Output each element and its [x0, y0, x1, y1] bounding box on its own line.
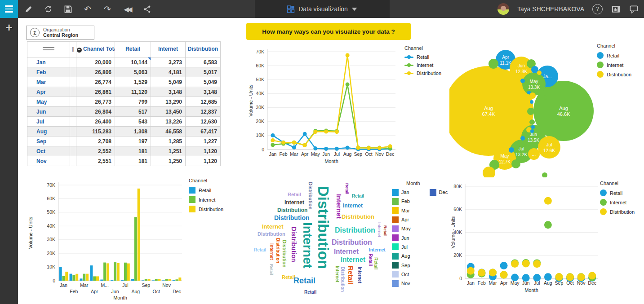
month-legend-item-aug[interactable]: Aug — [392, 251, 422, 260]
collapse-icon[interactable]: − — [77, 48, 82, 53]
column-header-distribution[interactable]: Distribution — [186, 42, 221, 57]
scatter-point-distribution[interactable] — [478, 269, 485, 277]
legend-item-retail[interactable]: Retail — [597, 52, 631, 59]
data-point-retail[interactable] — [292, 145, 296, 150]
data-point-distribution[interactable] — [313, 130, 317, 134]
month-legend-item-jul[interactable]: Jul — [392, 242, 422, 251]
hamburger-menu-button[interactable] — [0, 0, 18, 18]
legend-item-distribution[interactable]: Distribution — [600, 208, 635, 215]
refresh-icon[interactable] — [43, 4, 53, 14]
cloud-word[interactable]: Distribution — [291, 227, 297, 262]
value-cell[interactable]: 5,017 — [186, 67, 221, 77]
bar-internet[interactable] — [165, 279, 168, 281]
legend-item-internet[interactable]: Internet — [404, 62, 441, 68]
bar-internet[interactable] — [155, 279, 158, 281]
add-widget-button[interactable]: + — [4, 22, 14, 33]
value-cell[interactable]: 13,450 — [151, 107, 186, 117]
bar-internet[interactable] — [103, 263, 106, 281]
row-label-month[interactable]: Nov — [27, 156, 70, 166]
data-point-distribution[interactable] — [292, 141, 296, 145]
cloud-word[interactable]: Retail — [288, 192, 301, 197]
bubble-retail[interactable] — [520, 79, 525, 83]
value-cell[interactable]: 3,148 — [186, 87, 221, 97]
cloud-word[interactable]: Internet — [343, 203, 363, 208]
bar-distribution[interactable] — [178, 278, 181, 281]
organization-filter[interactable]: Σ Organization Central Region — [26, 26, 94, 40]
data-point-distribution[interactable] — [335, 130, 339, 134]
value-cell[interactable]: 1,251 — [151, 146, 186, 156]
value-cell[interactable]: 12,630 — [186, 117, 221, 127]
cloud-word[interactable]: Retail — [368, 254, 373, 266]
row-label-month[interactable]: Oct — [27, 146, 70, 156]
bubble-distribution[interactable] — [528, 115, 533, 120]
cloud-word[interactable]: Retail — [293, 277, 315, 285]
scatter-point-distribution[interactable] — [467, 267, 475, 275]
bar-retail[interactable] — [111, 280, 113, 281]
chevron-down-icon[interactable] — [352, 8, 357, 11]
value-cell[interactable]: 12,685 — [186, 97, 221, 107]
rewind-icon[interactable]: ◀◀ — [122, 4, 132, 14]
undo-icon[interactable]: ↶ — [83, 4, 93, 14]
scatter-point-distribution[interactable] — [533, 260, 541, 268]
cloud-word[interactable]: Distribution — [332, 239, 372, 246]
month-legend-item-nov[interactable]: Nov — [392, 279, 422, 288]
value-cell[interactable]: 5,063 — [115, 67, 151, 77]
data-point-retail[interactable] — [335, 147, 339, 151]
bar-internet[interactable] — [93, 276, 96, 281]
bubble-retail[interactable] — [531, 125, 535, 129]
row-label-month[interactable]: Feb — [27, 67, 70, 77]
data-point-distribution[interactable] — [356, 146, 360, 150]
value-cell[interactable]: 26,804 — [76, 107, 115, 117]
bar-retail[interactable] — [152, 280, 155, 281]
value-cell[interactable]: 197 — [115, 137, 151, 146]
bar-distribution[interactable] — [76, 274, 78, 281]
value-cell[interactable]: 11,120 — [115, 87, 151, 97]
chat-icon[interactable] — [629, 4, 639, 14]
cloud-word[interactable]: Retail — [383, 225, 387, 237]
cloud-word[interactable]: Internet — [301, 222, 314, 269]
cloud-word[interactable]: Internet — [369, 248, 386, 252]
bubble-internet[interactable] — [522, 72, 546, 96]
legend-item-retail[interactable]: Retail — [404, 54, 441, 60]
legend-item-distribution[interactable]: Distribution — [597, 71, 631, 78]
bar-distribution[interactable] — [96, 276, 99, 281]
scatter-point-distribution[interactable] — [544, 197, 552, 205]
save-icon[interactable] — [63, 4, 73, 14]
bar-retail[interactable] — [80, 278, 82, 281]
scatter-point-internet[interactable] — [544, 221, 552, 229]
cloud-word[interactable]: Internet — [377, 222, 381, 237]
month-legend-item-jun[interactable]: Jun — [392, 233, 422, 242]
value-cell[interactable]: 26,774 — [76, 77, 115, 87]
cloud-word[interactable]: Distribution — [282, 240, 287, 268]
cloud-word[interactable]: Distribution — [316, 186, 331, 269]
bar-distribution[interactable] — [107, 263, 109, 281]
row-label-month[interactable]: Aug — [27, 127, 70, 137]
bubble-distribution[interactable] — [538, 136, 560, 159]
bubble-internet[interactable] — [511, 159, 520, 168]
value-cell[interactable]: 67,417 — [186, 127, 221, 137]
cloud-word[interactable]: Distribution — [258, 232, 285, 237]
bar-internet[interactable] — [124, 263, 127, 281]
bubble-retail[interactable] — [509, 147, 514, 153]
data-point-retail[interactable] — [313, 146, 317, 150]
scatter-point-retail[interactable] — [522, 274, 530, 282]
avatar[interactable] — [497, 3, 509, 15]
value-cell[interactable]: 46,558 — [151, 127, 186, 137]
data-point-internet[interactable] — [271, 143, 275, 147]
bar-distribution[interactable] — [158, 279, 161, 281]
scatter-point-distribution[interactable] — [489, 269, 497, 277]
cloud-word[interactable]: Distribution — [340, 267, 345, 292]
cloud-word[interactable]: Distribution — [274, 215, 310, 221]
data-point-internet[interactable] — [346, 83, 350, 87]
bar-internet[interactable] — [72, 275, 75, 281]
value-cell[interactable]: 5,049 — [186, 77, 221, 87]
row-axis-header[interactable] — [27, 42, 70, 57]
value-cell[interactable]: 1,308 — [115, 127, 151, 137]
bar-distribution[interactable] — [168, 279, 171, 281]
scatter-point-retail[interactable] — [511, 273, 519, 281]
value-cell[interactable]: 1,250 — [151, 156, 186, 166]
bar-internet[interactable] — [145, 279, 147, 281]
row-label-month[interactable]: Apr — [27, 87, 70, 97]
value-cell[interactable]: 5,049 — [151, 77, 186, 87]
scatter-point-distribution[interactable] — [522, 260, 530, 268]
